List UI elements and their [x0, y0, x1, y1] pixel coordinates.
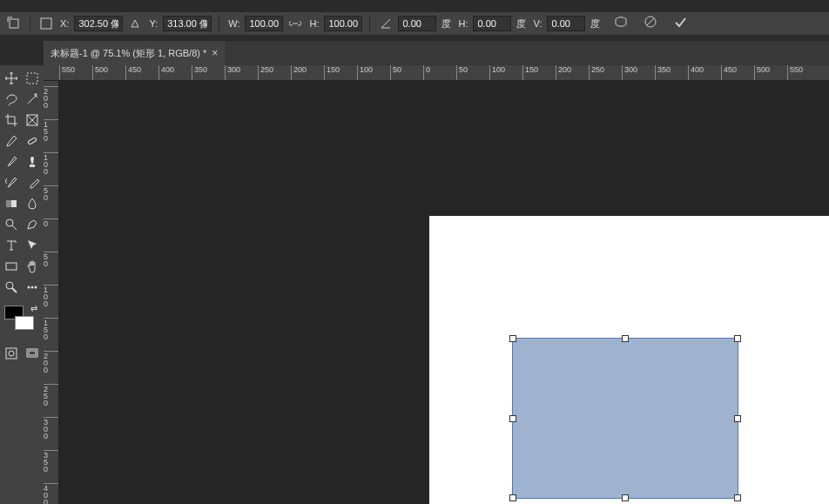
commit-icon[interactable]	[673, 15, 687, 32]
ruler-v-tick: 150	[44, 119, 58, 142]
svg-rect-1	[41, 18, 51, 29]
svg-point-12	[6, 219, 13, 226]
tool-panel: ⇄	[0, 65, 44, 504]
more-tool-icon[interactable]	[24, 279, 40, 295]
warp-icon[interactable]	[614, 16, 628, 31]
dodge-tool-icon[interactable]	[3, 217, 19, 232]
ruler-v-tick: 100	[44, 285, 58, 307]
shape-rectangle[interactable]	[512, 338, 738, 499]
gradient-tool-icon[interactable]	[3, 196, 19, 212]
svg-rect-14	[6, 263, 17, 270]
frame-tool-icon[interactable]	[24, 112, 40, 128]
ruler-h-tick: 450	[125, 65, 141, 80]
angle-icon	[377, 15, 394, 32]
pen-tool-icon[interactable]	[24, 217, 40, 232]
lasso-tool-icon[interactable]	[3, 91, 19, 107]
h-label: H:	[309, 18, 319, 29]
reference-point-icon[interactable]	[37, 15, 55, 32]
ruler-h-tick: 400	[158, 65, 174, 80]
marquee-tool-icon[interactable]	[24, 71, 40, 86]
ruler-v-tick: 0	[44, 218, 58, 227]
path-select-tool-icon[interactable]	[24, 238, 40, 253]
type-tool-icon[interactable]	[3, 238, 19, 253]
close-icon[interactable]: ×	[212, 47, 218, 59]
crop-tool-icon[interactable]	[3, 112, 19, 128]
ruler-h-tick: 50	[456, 65, 468, 80]
h-input[interactable]	[324, 16, 362, 31]
stamp-tool-icon[interactable]	[24, 154, 40, 170]
ruler-horizontal[interactable]: 5505004504003503002502001501005005010015…	[44, 65, 829, 81]
w-label: W:	[228, 18, 239, 29]
eyedropper-tool-icon[interactable]	[3, 133, 19, 149]
ruler-v-tick: 50	[44, 252, 58, 267]
move-tool-icon[interactable]	[3, 71, 19, 86]
svg-marker-2	[131, 20, 138, 27]
ruler-h-tick: 450	[721, 65, 737, 80]
angle-unit: 度	[441, 17, 451, 30]
ruler-h-tick: 200	[556, 65, 571, 80]
ruler-v-tick: 350	[44, 450, 58, 473]
ruler-h-tick: 300	[225, 65, 240, 80]
ruler-h-tick: 50	[390, 65, 401, 80]
swap-colors-icon[interactable]: ⇄	[30, 304, 37, 313]
svg-point-19	[35, 286, 37, 289]
angle-input[interactable]	[398, 16, 436, 31]
x-label: X:	[60, 18, 69, 29]
ruler-h-tick: 200	[291, 65, 307, 80]
ruler-vertical[interactable]: 20015010050050100150200250300350400	[44, 81, 59, 504]
y-input[interactable]	[163, 16, 212, 31]
handle-bottom-middle[interactable]	[622, 494, 629, 501]
svg-point-21	[9, 351, 14, 356]
h2-input[interactable]	[473, 16, 511, 31]
screenmode-icon[interactable]	[24, 346, 40, 361]
x-input[interactable]	[74, 16, 123, 31]
ruler-v-tick: 250	[44, 384, 58, 407]
cancel-icon[interactable]	[644, 15, 657, 32]
w-input[interactable]	[245, 16, 283, 31]
ruler-h-tick: 100	[357, 65, 373, 80]
handle-middle-left[interactable]	[509, 415, 516, 422]
svg-rect-9	[28, 138, 37, 144]
ruler-h-tick: 250	[589, 65, 604, 80]
ruler-v-tick: 50	[44, 185, 58, 201]
y-label: Y:	[149, 18, 158, 29]
color-swatches[interactable]: ⇄	[4, 306, 39, 340]
handle-bottom-left[interactable]	[509, 494, 516, 501]
history-brush-tool-icon[interactable]	[3, 175, 19, 191]
v-input[interactable]	[547, 16, 585, 31]
rectangle-tool-icon[interactable]	[3, 259, 19, 274]
ruler-v-tick: 200	[44, 351, 58, 373]
delta-icon[interactable]	[126, 15, 144, 32]
tab-title: 未标题-1 @ 75.1% (矩形 1, RGB/8) *	[51, 47, 206, 60]
eraser-tool-icon[interactable]	[24, 175, 40, 191]
hand-tool-icon[interactable]	[24, 259, 40, 274]
ruler-v-tick: 150	[44, 318, 58, 340]
ruler-v-tick: 300	[44, 417, 58, 440]
transform-preset-icon[interactable]	[5, 15, 23, 32]
blur-tool-icon[interactable]	[24, 196, 40, 212]
v-label: V:	[533, 18, 542, 29]
ruler-h-tick: 0	[423, 65, 430, 80]
handle-top-middle[interactable]	[622, 335, 629, 342]
svg-rect-23	[29, 351, 36, 355]
brush-tool-icon[interactable]	[3, 154, 19, 170]
link-icon[interactable]	[286, 15, 304, 32]
ruler-h-tick: 350	[655, 65, 671, 80]
handle-middle-right[interactable]	[734, 415, 741, 422]
ruler-v-tick: 400	[44, 483, 58, 504]
handle-top-left[interactable]	[509, 335, 516, 342]
ruler-h-tick: 300	[622, 65, 637, 80]
v-unit: 度	[590, 17, 600, 30]
canvas-area[interactable]	[59, 81, 829, 504]
handle-top-right[interactable]	[734, 335, 741, 342]
handle-bottom-right[interactable]	[734, 494, 741, 501]
quickmask-icon[interactable]	[3, 346, 19, 361]
zoom-tool-icon[interactable]	[3, 279, 19, 295]
wand-tool-icon[interactable]	[24, 91, 40, 107]
heal-tool-icon[interactable]	[24, 133, 40, 149]
document-tab[interactable]: 未标题-1 @ 75.1% (矩形 1, RGB/8) * ×	[44, 41, 225, 65]
svg-line-13	[12, 225, 17, 230]
svg-rect-5	[27, 73, 37, 84]
svg-rect-20	[6, 348, 17, 359]
background-swatch[interactable]	[15, 316, 34, 330]
